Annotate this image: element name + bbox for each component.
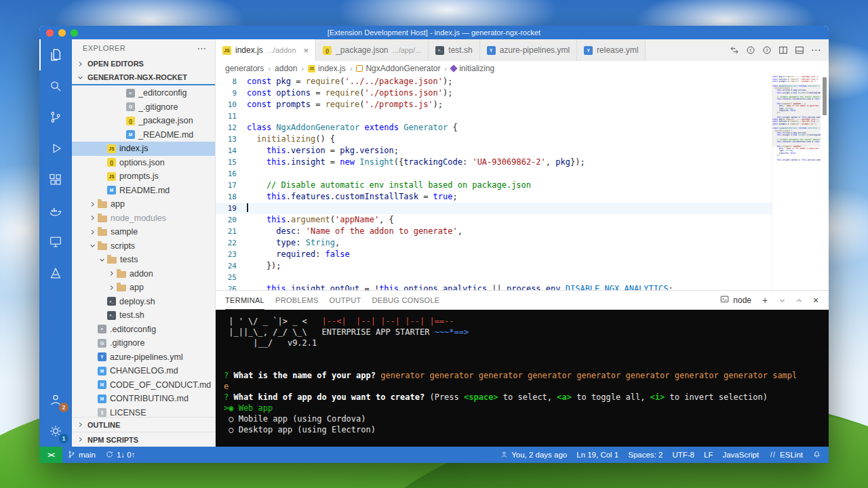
blame-info[interactable]: You, 2 days ago <box>495 447 572 463</box>
cursor-position[interactable]: Ln 19, Col 1 <box>572 447 623 463</box>
tab-test.sh[interactable]: >_test.sh <box>429 39 479 61</box>
navigate-back-icon[interactable] <box>743 43 758 58</box>
tree-item-azure-pipelines.yml[interactable]: Yazure-pipelines.yml <box>72 350 215 365</box>
tree-item-app[interactable]: app <box>72 197 215 211</box>
panel-tab-problems[interactable]: PROBLEMS <box>275 291 319 310</box>
activity-docker-button[interactable] <box>39 195 72 226</box>
code-line-10[interactable]: 10const prompts = require('./prompts.js'… <box>216 99 772 110</box>
outline-section[interactable]: OUTLINE <box>72 417 215 432</box>
code-line-16[interactable]: 16 <box>216 168 772 180</box>
zoom-window-button[interactable] <box>71 29 78 37</box>
breadcrumb-item-index.js[interactable]: JSindex.js <box>308 64 346 73</box>
tree-item-app[interactable]: app <box>72 281 215 295</box>
activity-explorer-button[interactable] <box>39 39 72 70</box>
more-actions-icon[interactable]: ⋯ <box>808 43 823 58</box>
tree-item-CODE_OF_CONDUCT.md[interactable]: MCODE_OF_CONDUCT.md <box>72 378 215 392</box>
tree-item-_.gitignore[interactable]: G_.gitignore <box>72 100 215 115</box>
tree-item-tests[interactable]: tests <box>72 253 215 267</box>
code-line-15[interactable]: 15 this.insight = new Insight({trackingC… <box>216 157 772 168</box>
activity-settings-button[interactable]: 1 <box>39 415 72 447</box>
navigate-forward-icon[interactable] <box>760 43 774 58</box>
terminal-output[interactable]: | ' \/ _ `|> _ < |--<| |--| |--| |--| |=… <box>216 310 829 447</box>
tree-item-test.sh[interactable]: >_test.sh <box>72 308 215 323</box>
tab-azure-pipelines.yml[interactable]: Yazure-pipelines.yml <box>480 39 577 61</box>
breadcrumb[interactable]: generators›addon›JSindex.js›NgxAddonGene… <box>216 61 829 76</box>
code-line-25[interactable]: 25 <box>216 272 772 283</box>
toggle-panel-icon[interactable] <box>792 43 807 58</box>
editor-scrollbar[interactable] <box>821 76 829 290</box>
chevron-down-icon[interactable] <box>776 294 788 306</box>
minimize-window-button[interactable] <box>58 29 66 37</box>
code-line-20[interactable]: 20 this.argument('appName', { <box>216 214 772 226</box>
eol[interactable]: LF <box>699 447 717 463</box>
code-line-18[interactable]: 18 this.features.customInstallTask = tru… <box>216 191 772 203</box>
remote-indicator[interactable]: >< <box>39 447 62 463</box>
tree-item-sample[interactable]: sample <box>72 225 215 239</box>
tree-item-deploy.sh[interactable]: >_deploy.sh <box>72 295 215 309</box>
tree-item-addon[interactable]: addon <box>72 267 215 281</box>
close-panel-icon[interactable]: × <box>810 294 822 306</box>
breadcrumb-item-addon[interactable]: addon <box>275 64 297 73</box>
code-line-14[interactable]: 14 this.version = pkg.version; <box>216 145 772 157</box>
code-line-8[interactable]: 8const pkg = require('../../package.json… <box>216 76 772 87</box>
linter-status[interactable]: ESLint <box>764 447 808 463</box>
breadcrumb-item-initializing[interactable]: initializing <box>451 64 494 73</box>
maximize-panel-icon[interactable] <box>793 294 805 306</box>
activity-search-button[interactable] <box>39 70 72 102</box>
tree-item-_README.md[interactable]: M_README.md <box>72 128 215 142</box>
tree-item-index.js[interactable]: JSindex.js <box>72 142 215 156</box>
encoding[interactable]: UTF-8 <box>667 447 699 463</box>
tree-item-options.json[interactable]: {}options.json <box>72 156 215 170</box>
code-editor[interactable]: 8const pkg = require('../../package.json… <box>216 76 829 290</box>
activity-remote-explorer-button[interactable] <box>39 226 72 258</box>
sync-indicator[interactable]: 1↓ 0↑ <box>100 447 140 463</box>
indentation[interactable]: Spaces: 2 <box>623 447 667 463</box>
activity-azure-button[interactable] <box>39 258 72 289</box>
panel-tab-debug-console[interactable]: DEBUG CONSOLE <box>372 291 440 310</box>
activity-source-control-button[interactable] <box>39 102 72 133</box>
more-actions-icon[interactable]: ⋯ <box>197 43 207 54</box>
panel-tab-terminal[interactable]: TERMINAL <box>225 291 264 310</box>
code-line-24[interactable]: 24 }); <box>216 260 772 272</box>
scrollbar-thumb[interactable] <box>823 77 827 115</box>
tree-item-LICENSE[interactable]: §LICENSE <box>72 406 215 418</box>
close-window-button[interactable] <box>46 29 54 37</box>
code-line-23[interactable]: 23 required: false <box>216 249 772 260</box>
tab-release.yml[interactable]: Yrelease.yml <box>577 39 646 61</box>
tree-item-_editorconfig[interactable]: ≡_editorconfig <box>72 86 215 100</box>
tree-item-_package.json[interactable]: {}_package.json <box>72 114 215 128</box>
language-mode[interactable]: JavaScript <box>717 447 764 463</box>
code-line-12[interactable]: 12class NgxAddonGenerator extends Genera… <box>216 122 772 134</box>
code-line-11[interactable]: 11 <box>216 110 772 122</box>
npm-scripts-section[interactable]: NPM SCRIPTS <box>72 432 215 447</box>
new-terminal-button[interactable]: + <box>759 294 771 306</box>
shell-selector[interactable]: node <box>719 294 751 306</box>
tree-item-.gitignore[interactable]: G.gitignore <box>72 336 215 350</box>
tree-item-CHANGELOG.md[interactable]: MCHANGELOG.md <box>72 364 215 378</box>
activity-run-debug-button[interactable] <box>39 133 72 164</box>
code-line-17[interactable]: 17 // Disable automatic env install base… <box>216 180 772 191</box>
code-line-13[interactable]: 13 initializing() { <box>216 134 772 145</box>
tab-_package.json[interactable]: {}_package.json.../app/... <box>316 39 429 61</box>
split-editor-icon[interactable] <box>776 43 791 58</box>
code-line-9[interactable]: 9const options = require('./options.json… <box>216 87 772 99</box>
notifications-bell[interactable] <box>808 447 826 463</box>
minimap[interactable]: const pkg = require('../../package.json'… <box>772 76 821 290</box>
breadcrumb-item-generators[interactable]: generators <box>225 64 264 73</box>
workspace-root-section[interactable]: GENERATOR-NGX-ROCKET <box>72 70 215 84</box>
compare-icon[interactable] <box>727 43 742 58</box>
tree-item-CONTRIBUTING.md[interactable]: MCONTRIBUTING.md <box>72 392 215 406</box>
title-bar[interactable]: [Extension Development Host] - index.js … <box>39 26 829 39</box>
breadcrumb-item-NgxAddonGenerator[interactable]: NgxAddonGenerator <box>356 64 440 73</box>
activity-accounts-button[interactable]: 2 <box>39 384 72 415</box>
open-editors-section[interactable]: OPEN EDITORS <box>72 57 215 70</box>
panel-tab-output[interactable]: OUTPUT <box>330 291 361 310</box>
tree-item-prompts.js[interactable]: JSprompts.js <box>72 169 215 184</box>
tab-index.js[interactable]: JSindex.js.../addon× <box>216 39 316 61</box>
code-line-19[interactable]: 19 <box>216 203 772 214</box>
code-line-26[interactable]: 26 this.insight.optOut = !this.options.a… <box>216 283 772 290</box>
code-line-21[interactable]: 21 desc: 'Name of the addon to generate'… <box>216 226 772 237</box>
code-line-22[interactable]: 22 type: String, <box>216 237 772 249</box>
close-tab-icon[interactable]: × <box>304 45 309 56</box>
branch-indicator[interactable]: main <box>62 447 100 463</box>
